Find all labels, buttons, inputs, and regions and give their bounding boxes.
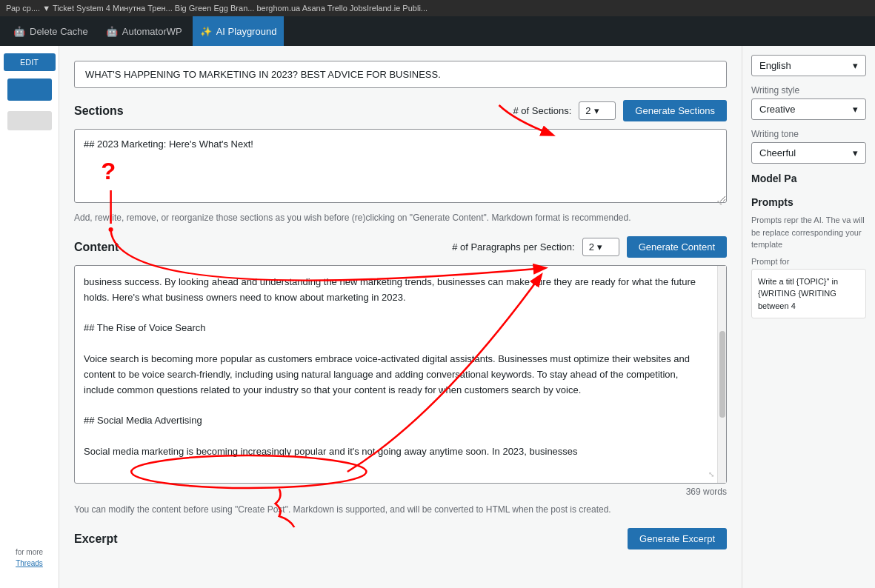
num-paragraphs-label: # of Paragraphs per Section:: [452, 241, 575, 253]
resize-handle-2-icon: ⤡: [708, 470, 714, 478]
browser-tabs: Рар ср.... ▼ Ticket System 4 Минутна Тре…: [6, 4, 427, 13]
sections-title: Sections: [74, 104, 124, 118]
sparkle-icon: ✨: [200, 26, 212, 37]
automator-icon: 🤖: [106, 26, 118, 37]
main-layout: EDIT for more Threads Sections # of Sect…: [0, 46, 875, 588]
resize-handle-icon: ⤡: [716, 198, 722, 207]
edit-button[interactable]: EDIT: [4, 53, 56, 71]
writing-tone-label: Writing tone: [751, 129, 866, 139]
chevron-down-icon: ▾: [594, 105, 599, 116]
writing-style-label: Writing style: [751, 85, 866, 96]
sections-hint: Add, rewrite, remove, or reorganize thos…: [74, 211, 727, 224]
generate-sections-button[interactable]: Generate Sections: [623, 100, 727, 121]
right-sidebar: English ▾ Writing style Creative ▾ Writi…: [742, 46, 875, 588]
generate-content-button[interactable]: Generate Content: [627, 236, 727, 258]
threads-link[interactable]: Threads: [14, 558, 44, 569]
robot-icon: 🤖: [13, 26, 25, 37]
content-header: Content # of Paragraphs per Section: 2 ▾…: [74, 236, 727, 258]
content-controls: # of Paragraphs per Section: 2 ▾ Generat…: [452, 236, 727, 258]
content-textarea-wrap: ⤡: [74, 265, 727, 484]
chevron-down-icon-lang: ▾: [853, 60, 858, 71]
num-paragraphs-select[interactable]: 2 ▾: [582, 238, 619, 256]
num-sections-select[interactable]: 2 ▾: [579, 101, 616, 120]
scrollbar-thumb[interactable]: [719, 331, 725, 418]
for-more-text: for more: [16, 548, 43, 556]
prompt-box: Write a titl {TOPIC}" in {WRITING {WRITI…: [751, 269, 866, 319]
chevron-down-icon-style: ▾: [853, 104, 858, 115]
writing-style-dropdown[interactable]: Creative ▾: [751, 98, 866, 120]
admin-bar-delete-cache[interactable]: 🤖 Delete Cache: [6, 16, 96, 46]
model-pa-title: Model Pa: [751, 173, 866, 184]
content-hint: You can modify the content before using …: [74, 503, 727, 516]
content-textarea[interactable]: [75, 266, 726, 481]
sidebar-gray-block: [7, 111, 52, 130]
generate-excerpt-button[interactable]: Generate Excerpt: [628, 528, 727, 549]
browser-tab-bar: Рар ср.... ▼ Ticket System 4 Минутна Тре…: [0, 0, 875, 16]
sections-textarea[interactable]: [74, 129, 727, 203]
chevron-down-icon-tone: ▾: [853, 147, 858, 158]
svg-point-2: [109, 227, 113, 232]
left-sidebar: EDIT for more Threads: [0, 46, 59, 588]
admin-bar-automatorwp[interactable]: 🤖 AutomatorWP: [99, 16, 190, 46]
excerpt-section: Excerpt Generate Excerpt: [74, 528, 727, 549]
sidebar-blue-block: [7, 78, 52, 101]
prompts-title: Prompts: [751, 196, 866, 208]
prompt-for-label: Prompt for: [751, 257, 866, 266]
writing-tone-dropdown[interactable]: Cheerful ▾: [751, 142, 866, 164]
excerpt-title: Excerpt: [74, 532, 118, 546]
language-dropdown[interactable]: English ▾: [751, 55, 866, 76]
word-count: 369 words: [74, 487, 727, 497]
title-input[interactable]: [74, 61, 727, 88]
wp-admin-bar: 🤖 Delete Cache 🤖 AutomatorWP ✨ AI Playgr…: [0, 16, 875, 46]
chevron-down-icon-2: ▾: [597, 241, 602, 253]
content-area: Sections # of Sections: 2 ▾ Generate Sec…: [59, 46, 742, 588]
sections-header: Sections # of Sections: 2 ▾ Generate Sec…: [74, 100, 727, 121]
admin-bar-ai-playground[interactable]: ✨ AI Playground: [193, 16, 285, 46]
scrollbar[interactable]: [717, 266, 726, 483]
content-title: Content: [74, 241, 119, 254]
num-sections-label: # of Sections:: [513, 105, 572, 116]
prompts-description: Prompts repr the AI. The va will be repl…: [751, 214, 866, 251]
sections-controls: # of Sections: 2 ▾ Generate Sections: [513, 100, 727, 121]
